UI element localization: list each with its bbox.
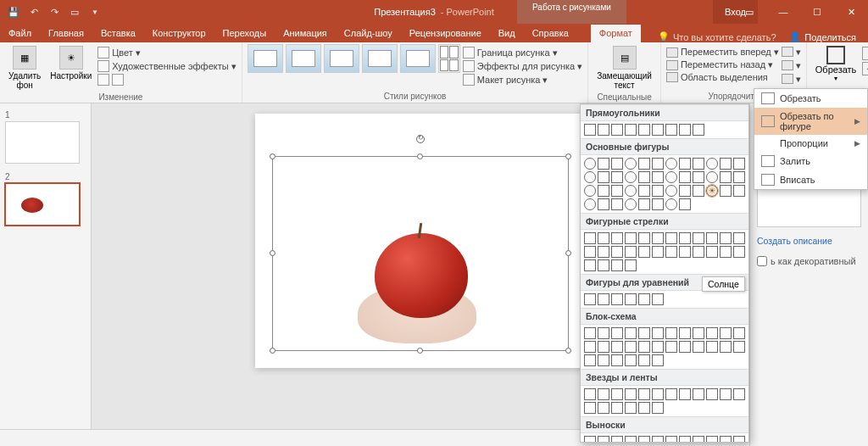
shape-option[interactable]	[706, 246, 718, 258]
tab-transitions[interactable]: Переходы	[214, 25, 275, 42]
shape-option[interactable]	[652, 293, 664, 305]
maximize-icon[interactable]: ☐	[800, 0, 834, 24]
shape-option[interactable]	[720, 327, 732, 339]
shape-option[interactable]	[652, 436, 664, 443]
shape-option[interactable]	[693, 436, 704, 443]
shape-option[interactable]	[638, 232, 650, 244]
corrections-button[interactable]: ☀ Настройки	[47, 44, 95, 82]
color-button[interactable]: Цвет ▾	[97, 46, 236, 59]
crop-menu-fill[interactable]: Залить	[754, 152, 867, 170]
shape-option[interactable]	[665, 158, 677, 170]
shape-option[interactable]	[638, 327, 650, 339]
selection-pane-button[interactable]: Область выделения	[666, 71, 779, 83]
shape-option[interactable]	[679, 185, 691, 197]
ribbon-options-icon[interactable]: ▭	[732, 0, 766, 24]
shape-option[interactable]	[665, 232, 677, 244]
shape-option[interactable]	[584, 246, 596, 258]
tab-animations[interactable]: Анимация	[275, 25, 336, 42]
shape-option[interactable]	[733, 388, 745, 400]
picture-layout-button[interactable]: Макет рисунка ▾	[463, 73, 582, 86]
shape-option[interactable]	[598, 158, 609, 170]
shape-option[interactable]	[584, 436, 596, 443]
shape-option[interactable]	[733, 185, 745, 197]
shape-option[interactable]	[598, 198, 609, 210]
shape-option[interactable]	[733, 171, 745, 183]
shape-option[interactable]	[625, 158, 637, 170]
remove-background-button[interactable]: ▦ Удалить фон	[5, 44, 44, 92]
shape-option[interactable]	[584, 259, 596, 271]
shape-option[interactable]	[706, 158, 718, 170]
style-thumb[interactable]	[248, 44, 283, 73]
style-thumb[interactable]	[400, 44, 436, 73]
shape-option[interactable]	[598, 185, 609, 197]
shape-option[interactable]	[652, 232, 664, 244]
shape-option[interactable]	[652, 171, 664, 183]
shape-option[interactable]	[638, 388, 650, 400]
shape-option[interactable]	[598, 354, 609, 366]
shape-option[interactable]	[693, 232, 704, 244]
shape-option[interactable]	[584, 124, 596, 136]
resize-handle[interactable]	[565, 153, 571, 159]
resize-handle[interactable]	[270, 348, 275, 354]
shape-option[interactable]	[625, 198, 637, 210]
shape-option[interactable]	[611, 185, 623, 197]
close-icon[interactable]: ✕	[834, 0, 868, 24]
shape-option[interactable]	[598, 232, 609, 244]
shape-option[interactable]	[720, 232, 732, 244]
artistic-effects-button[interactable]: Художественные эффекты ▾	[97, 59, 236, 73]
shape-option[interactable]	[598, 327, 609, 339]
shape-option[interactable]	[706, 341, 718, 353]
qat-dropdown-icon[interactable]: ▼	[86, 3, 103, 20]
picture-styles-gallery[interactable]	[248, 44, 436, 73]
rotate-button[interactable]: ▾	[782, 73, 801, 85]
shape-option[interactable]	[598, 124, 609, 136]
shape-option[interactable]	[584, 388, 596, 400]
decorative-checkbox[interactable]: ь как декоративный	[757, 256, 861, 266]
shape-option[interactable]	[638, 171, 650, 183]
shape-option[interactable]	[652, 246, 664, 258]
align-button[interactable]: ▾	[782, 46, 801, 58]
shape-option[interactable]	[652, 158, 664, 170]
shape-option[interactable]	[584, 158, 596, 170]
shape-option[interactable]	[611, 158, 623, 170]
generate-description-link[interactable]: Создать описание	[757, 236, 861, 246]
shape-option[interactable]	[720, 341, 732, 353]
shape-option[interactable]	[611, 354, 623, 366]
crop-menu-fit[interactable]: Вписать	[754, 170, 867, 189]
group-button[interactable]: ▾	[782, 59, 801, 71]
shape-option[interactable]	[638, 124, 650, 136]
width-spinner[interactable]: ↔ 17,36 см▲▼	[862, 62, 868, 75]
shape-option[interactable]	[598, 259, 609, 271]
shape-option[interactable]	[720, 158, 732, 170]
slide-thumb-2[interactable]	[5, 183, 80, 226]
shape-option[interactable]	[598, 341, 609, 353]
shape-option[interactable]	[652, 354, 664, 366]
crop-button[interactable]: Обрезать ▾	[812, 44, 860, 84]
shape-option[interactable]	[693, 341, 704, 353]
tab-home[interactable]: Главная	[40, 25, 92, 42]
shape-option[interactable]	[638, 436, 650, 443]
shape-option[interactable]	[625, 341, 637, 353]
slide-thumb-1[interactable]	[5, 121, 80, 164]
shape-option[interactable]	[665, 185, 677, 197]
shape-option[interactable]	[679, 341, 691, 353]
crop-menu-crop[interactable]: Обрезать	[754, 89, 867, 108]
tab-insert[interactable]: Вставка	[92, 25, 144, 42]
shape-option[interactable]	[706, 436, 718, 443]
shape-option[interactable]: ☀	[706, 185, 718, 197]
shape-option[interactable]	[598, 246, 609, 258]
shape-option[interactable]	[693, 185, 704, 197]
shape-option[interactable]	[665, 436, 677, 443]
tab-help[interactable]: Справка	[524, 25, 577, 42]
shape-option[interactable]	[625, 293, 637, 305]
shape-option[interactable]	[665, 171, 677, 183]
shape-option[interactable]	[665, 124, 677, 136]
shape-option[interactable]	[638, 198, 650, 210]
shape-option[interactable]	[693, 388, 704, 400]
shape-option[interactable]	[611, 171, 623, 183]
shape-option[interactable]	[625, 402, 637, 414]
shape-option[interactable]	[679, 436, 691, 443]
shape-option[interactable]	[733, 327, 745, 339]
shape-option[interactable]	[625, 354, 637, 366]
undo-icon[interactable]: ↶	[25, 3, 42, 20]
